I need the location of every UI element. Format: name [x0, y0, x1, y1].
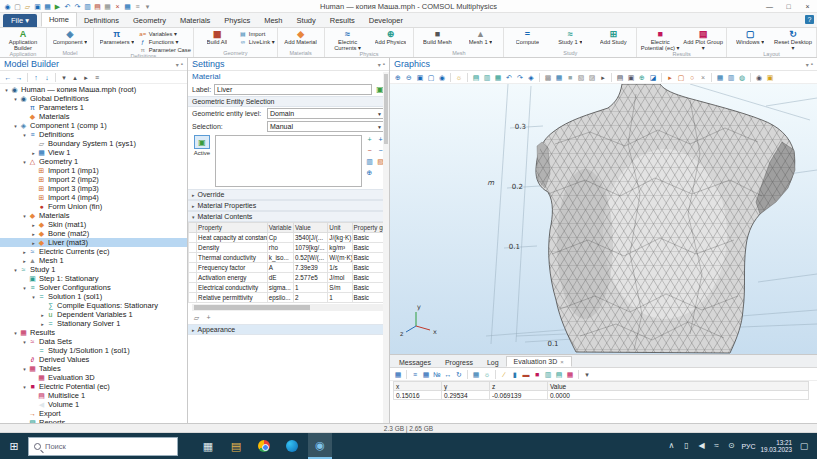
notifications-icon[interactable]: ▢: [797, 441, 811, 451]
panel-menu-icon[interactable]: ▾: [806, 61, 809, 68]
ribbon-button-build-all[interactable]: ▦Build All: [196, 28, 238, 45]
material-row[interactable]: Heat capacity at constant pres...Cp3540[…: [189, 233, 389, 243]
material-row[interactable]: Relative permittivityepsilo...21Basic: [189, 293, 389, 303]
active-toggle[interactable]: ▣: [194, 135, 210, 149]
image-snapshot-icon[interactable]: ▣: [626, 72, 636, 82]
tree-item-import-1-imp1[interactable]: ⊞Import 1 (imp1): [0, 166, 187, 175]
ribbon-button-component[interactable]: ◈Component ▾: [49, 28, 91, 45]
material-row[interactable]: Densityrho1079[kg/...kg/m³Basic: [189, 243, 389, 253]
zoom-selected-icon[interactable]: ⊕: [637, 72, 647, 82]
tree-item-dependent-variables-1[interactable]: ▸uDependent Variables 1: [0, 310, 187, 319]
tree-item-materials[interactable]: ◆Materials: [0, 112, 187, 121]
taskbar-search[interactable]: Поиск: [28, 437, 178, 456]
start-button[interactable]: ⊞: [0, 433, 28, 459]
copy-table-icon[interactable]: ▥: [543, 369, 553, 379]
taskbar-app-file-explorer[interactable]: ▤: [224, 433, 248, 459]
tree-item-parameters-1[interactable]: πParameters 1: [0, 103, 187, 112]
tree-item-data-sets[interactable]: ▾≈Data Sets: [0, 337, 187, 346]
ribbon-button-add-plot-group[interactable]: ▤Add Plot Group ▾: [682, 28, 724, 51]
close-button[interactable]: ×: [798, 0, 817, 13]
highlight-icon[interactable]: ▬: [521, 369, 531, 379]
table-graph-icon[interactable]: ▥: [726, 72, 736, 82]
node-text-icon[interactable]: ≡: [92, 72, 102, 82]
language-indicator[interactable]: РУС: [741, 443, 755, 450]
ribbon-tab-materials[interactable]: Materials: [173, 14, 217, 27]
plot-table-icon[interactable]: ▦: [565, 369, 575, 379]
paint-icon[interactable]: ∕: [499, 369, 509, 379]
new-file-icon[interactable]: ▢: [13, 2, 22, 11]
collapse-all-icon[interactable]: ▴: [70, 72, 80, 82]
ribbon-tab-home[interactable]: Home: [41, 12, 77, 27]
section-material-contents[interactable]: ▾Material Contents: [188, 211, 389, 222]
ribbon-tab-geometry[interactable]: Geometry: [126, 14, 173, 27]
graphics-canvas[interactable]: 0.3 m 0.2 0.1 0.1 y x: [390, 84, 817, 354]
ribbon-button-add-physics[interactable]: ⊕Add Physics: [370, 28, 412, 45]
select-icon[interactable]: ▸: [665, 72, 675, 82]
panel-menu-icon[interactable]: ▾: [176, 61, 179, 68]
auto-update-icon[interactable]: ↻: [454, 369, 464, 379]
ribbon-button-functions[interactable]: ƒFunctions ▾: [139, 38, 191, 45]
material-row[interactable]: Electrical conductivitysigma...1S/mBasic: [189, 283, 389, 293]
material-row[interactable]: Thermal conductivityk_iso...0.52[W/(...W…: [189, 253, 389, 263]
minimize-button[interactable]: —: [760, 0, 779, 13]
help-icon[interactable]: ?: [805, 15, 814, 24]
ribbon-button-compute[interactable]: =Compute: [506, 28, 548, 45]
tab-log[interactable]: Log: [480, 358, 506, 367]
entity-level-select[interactable]: Domain▼: [267, 108, 385, 119]
ribbon-button-add-material[interactable]: ◆Add Material: [280, 28, 322, 45]
ribbon-tab-definitions[interactable]: Definitions: [77, 14, 126, 27]
ribbon-button-electric-currents[interactable]: ≈Electric Currents ▾: [327, 28, 369, 51]
ribbon-button-electric-potential-ec-[interactable]: ■Electric Potential (ec) ▾: [639, 28, 681, 51]
tree-item-view-1[interactable]: ▸▦View 1: [0, 148, 187, 157]
tree-item-definitions[interactable]: ▾≡Definitions: [0, 130, 187, 139]
taskbar-app-comsol[interactable]: ◉: [308, 433, 332, 459]
tree-item-form-union-fin[interactable]: ●Form Union (fin): [0, 202, 187, 211]
ribbon-tab-results[interactable]: Results: [323, 14, 362, 27]
panel-menu-icon[interactable]: ▾: [378, 61, 381, 68]
taskbar-app-task-view[interactable]: ▦: [196, 433, 220, 459]
settings-scrollbar[interactable]: [383, 72, 389, 423]
paste-icon[interactable]: ▤: [93, 2, 102, 11]
transparency-icon[interactable]: ▩: [543, 72, 553, 82]
remove-selection-icon[interactable]: −: [365, 146, 374, 155]
tree-item-import-4-imp4[interactable]: ⊞Import 4 (imp4): [0, 193, 187, 202]
maximize-button[interactable]: □: [779, 0, 798, 13]
panel-detach-icon[interactable]: ▪: [181, 61, 183, 68]
select-sphere-icon[interactable]: ○: [687, 72, 697, 82]
section-material-properties[interactable]: ▸Material Properties: [188, 200, 389, 211]
wireframe-icon[interactable]: ▦: [554, 72, 564, 82]
forward-icon[interactable]: →: [14, 72, 24, 82]
run-icon[interactable]: ▶: [53, 2, 62, 11]
deselect-icon[interactable]: ×: [698, 72, 708, 82]
material-row[interactable]: Frequency factorA7.39e391/sBasic: [189, 263, 389, 273]
back-icon[interactable]: ←: [3, 72, 13, 82]
column-width-icon[interactable]: ↔: [443, 369, 453, 379]
ribbon-button-parameter-case[interactable]: πParameter Case: [139, 46, 191, 53]
select-box-icon[interactable]: ▢: [676, 72, 686, 82]
section-geometric-entity-selection[interactable]: Geometric Entity Selection: [188, 96, 389, 107]
view-top-icon[interactable]: ▦: [493, 72, 503, 82]
horizontal-scrollbar[interactable]: [192, 304, 385, 311]
panel-detach-icon[interactable]: ▪: [383, 61, 385, 68]
tree-item-human-копия-маша-mph-root[interactable]: ▾◉Human — копия Маша.mph (root): [0, 85, 187, 94]
tree-item-results[interactable]: ▾▦Results: [0, 328, 187, 337]
evaluation-table[interactable]: xyzValue0.150160.29534-0.0691390.0000: [393, 381, 809, 400]
clock[interactable]: 13:21 19.03.2023: [760, 439, 792, 453]
taskbar-app-chrome[interactable]: [252, 433, 276, 459]
print-icon[interactable]: ▤: [615, 72, 625, 82]
scene-light-icon[interactable]: ☼: [454, 72, 464, 82]
section-appearance[interactable]: ▸Appearance: [188, 324, 389, 335]
tree-item-step-1-stationary[interactable]: ▣Step 1: Stationary: [0, 274, 187, 283]
view-front-icon[interactable]: ▥: [482, 72, 492, 82]
ribbon-button-mesh-1[interactable]: ▲Mesh 1 ▾: [459, 28, 501, 45]
log-window-icon[interactable]: ≡: [133, 2, 142, 11]
tree-item-geometry-1[interactable]: ▾△Geometry 1: [0, 157, 187, 166]
save-as-icon[interactable]: ▦: [43, 2, 52, 11]
full-precision-icon[interactable]: ≡: [410, 369, 420, 379]
move-up-icon[interactable]: ↑: [31, 72, 41, 82]
comsol-logo-icon[interactable]: ◉: [3, 2, 12, 11]
ribbon-button-import[interactable]: ▤Import: [239, 30, 275, 37]
fill-color-icon[interactable]: ▮: [510, 369, 520, 379]
zoom-in-icon[interactable]: ⊕: [393, 72, 403, 82]
tree-item-evaluation-3d[interactable]: ▦Evaluation 3D: [0, 373, 187, 382]
